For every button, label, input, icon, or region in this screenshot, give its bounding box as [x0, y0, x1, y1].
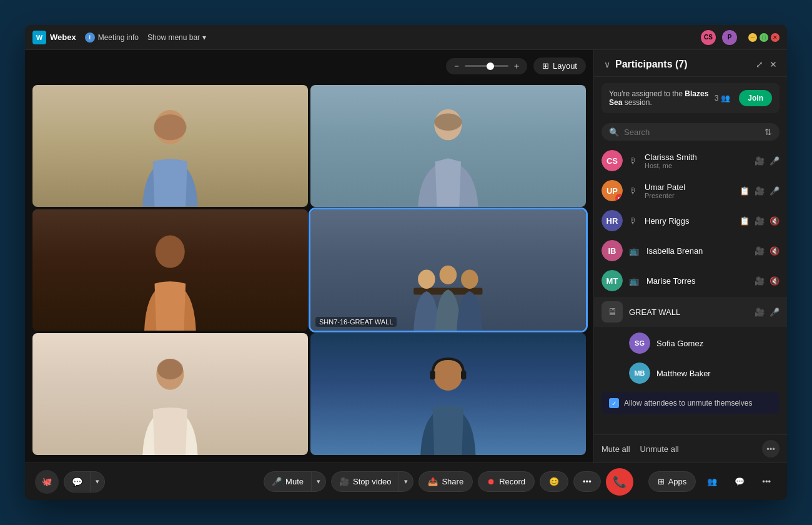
person-figure-6	[352, 352, 545, 455]
camera-icon: 🎥	[755, 246, 765, 256]
participants-list: CS 🎙 Clarissa Smith Host, me 🎥 🎤	[594, 143, 787, 434]
caption-button: 💬 ▾	[64, 471, 105, 492]
show-menu-button[interactable]: Show menu bar ▾	[147, 33, 206, 42]
session-count: 3 👥	[715, 94, 731, 102]
allow-checkbox[interactable]: ✓	[609, 398, 619, 408]
svg-rect-12	[430, 371, 435, 379]
search-input[interactable]	[624, 128, 757, 137]
person-figure-5	[74, 352, 267, 455]
zoom-slider[interactable]	[465, 65, 508, 67]
close-button[interactable]: ✕	[771, 33, 780, 42]
participant-info-greatwall: GREAT WALL	[629, 308, 748, 317]
meeting-info-icon: i	[85, 32, 95, 42]
stop-video-arrow[interactable]: ▾	[399, 472, 413, 491]
allow-text: Allow attendees to unmute themselves	[624, 399, 752, 408]
title-bar: W Webex i Meeting info Show menu bar ▾ C…	[25, 25, 787, 50]
zoom-control: － ＋	[446, 58, 527, 74]
participant-item-group: 🖥 GREAT WALL 🎥 🎤	[594, 297, 787, 327]
participant-role: Host, me	[645, 162, 748, 169]
video-cell-1	[32, 85, 308, 207]
session-text: You're assigned to the Blazes Sea sessio…	[609, 89, 710, 107]
camera-icon: 🎥	[755, 276, 765, 286]
footer-actions: Mute all Unmute all	[602, 444, 679, 454]
video-cell-4: SHN7-16-GREAT WALL	[310, 209, 586, 331]
toolbar-right: ⊞ Apps 👥 💬 •••	[648, 471, 777, 492]
video-bg-5	[32, 333, 308, 455]
sidebar-collapse-icon[interactable]: ∨	[604, 59, 610, 69]
more-options-button[interactable]: •••	[762, 440, 780, 458]
participant-icons-marise: 🎥 🔇	[755, 276, 780, 286]
participants-button[interactable]: 👥	[701, 473, 723, 490]
mute-all-button[interactable]: Mute all	[602, 444, 630, 454]
webex-title: Webex	[50, 32, 76, 42]
svg-point-3	[434, 114, 462, 131]
apps-button[interactable]: ⊞ Apps	[648, 471, 696, 492]
sidebar-expand-icon[interactable]: ⤢	[756, 59, 763, 69]
video-bg-4	[310, 209, 586, 331]
participant-avatar-isabella: IB	[602, 240, 623, 261]
video-bg-1	[32, 85, 308, 207]
video-grid: SHN7-16-GREAT WALL	[32, 85, 586, 455]
camera-icon: 🎥	[755, 308, 765, 317]
participant-info-isabella: Isabella Brenan	[646, 246, 748, 256]
sort-button[interactable]: ⇅	[765, 127, 772, 137]
participant-info-henry: Henry Riggs	[645, 216, 733, 226]
meeting-info-button[interactable]: i Meeting info	[85, 32, 139, 42]
person-figure-1	[74, 103, 267, 206]
zoom-in-icon[interactable]: ＋	[512, 61, 521, 72]
main-content: － ＋ ⊞ Layout	[25, 50, 787, 462]
app-window: W Webex i Meeting info Show menu bar ▾ C…	[25, 25, 787, 500]
chat-button[interactable]: 💬	[728, 473, 751, 490]
participant-audio-icon: 🎙	[629, 186, 637, 196]
video-cell-5	[32, 333, 308, 455]
video-label-4: SHN7-16-GREAT WALL	[315, 317, 397, 327]
participant-name: Marise Torres	[646, 276, 748, 286]
stop-video-main[interactable]: 🎥 Stop video	[332, 472, 399, 491]
layout-label: Layout	[553, 61, 577, 71]
sidebar-footer: Mute all Unmute all •••	[594, 434, 787, 462]
sidebar-close-icon[interactable]: ✕	[770, 59, 777, 69]
mute-arrow[interactable]: ▾	[312, 472, 325, 491]
caption-arrow[interactable]: ▾	[91, 472, 104, 491]
search-bar: 🔍 ⇅	[602, 123, 780, 141]
presenter-badge: P	[615, 194, 623, 201]
unmute-all-button[interactable]: Unmute all	[640, 444, 679, 454]
participant-avatar-umar: UP P	[602, 180, 623, 201]
participant-info-marise: Marise Torres	[646, 276, 748, 286]
zoom-out-icon[interactable]: －	[452, 61, 461, 72]
participant-name: Isabella Brenan	[646, 246, 748, 256]
emoji-icon: 🐙	[42, 477, 52, 486]
mute-label: Mute	[285, 477, 304, 486]
participant-avatar-sofia: SG	[629, 332, 650, 354]
participant-audio-icon: 📺	[629, 276, 639, 286]
camera-icon: 🎥	[755, 216, 765, 226]
apps-label: Apps	[668, 477, 687, 486]
stop-video-label: Stop video	[353, 477, 391, 486]
participant-item: HR 🎙 Henry Riggs 📋 🎥 🔇	[594, 206, 787, 236]
search-icon: 🔍	[609, 128, 619, 137]
video-bg-6	[310, 333, 586, 455]
maximize-button[interactable]: □	[760, 33, 768, 42]
emoji-reaction-button[interactable]: 🐙	[35, 470, 59, 494]
caption-main[interactable]: 💬	[64, 472, 91, 492]
video-cell-6	[310, 333, 586, 455]
participant-name: Sofia Gomez	[656, 339, 780, 348]
more-options-toolbar[interactable]: •••	[756, 473, 777, 490]
join-button[interactable]: Join	[739, 90, 772, 106]
participant-item: UP P 🎙 Umar Patel Presenter 📋 🎥 🎤	[594, 176, 787, 206]
mute-main[interactable]: 🎤 Mute	[264, 472, 312, 491]
title-bar-left: W Webex i Meeting info Show menu bar ▾	[32, 31, 691, 44]
mic-icon: 🎤	[770, 308, 780, 317]
minimize-button[interactable]: ─	[748, 33, 757, 42]
mute-button: 🎤 Mute ▾	[264, 471, 326, 492]
more-button[interactable]: •••	[573, 471, 601, 492]
record-button[interactable]: ⏺ Record	[478, 471, 535, 492]
share-button[interactable]: 📤 Share	[418, 471, 473, 492]
sidebar-header-icons: ⤢ ✕	[756, 59, 777, 69]
end-call-button[interactable]: 📞	[606, 468, 633, 496]
person-figure-3	[74, 228, 267, 331]
participant-info-umar: Umar Patel Presenter	[645, 182, 733, 199]
participant-info-clarissa: Clarissa Smith Host, me	[645, 152, 748, 169]
layout-button[interactable]: ⊞ Layout	[533, 58, 586, 74]
emoji-button[interactable]: 😊	[540, 471, 568, 492]
